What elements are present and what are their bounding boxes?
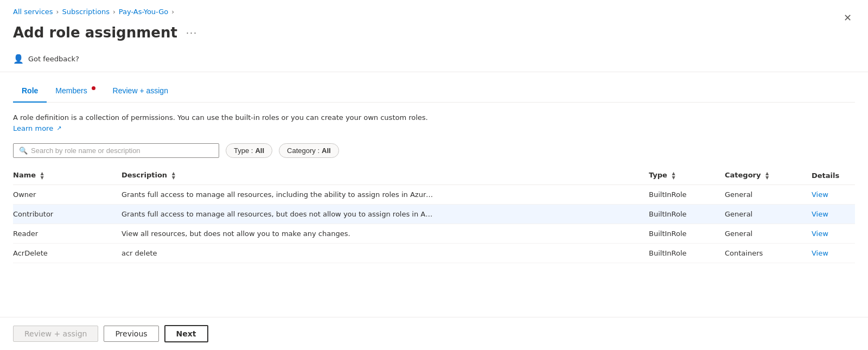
search-box: 🔍 <box>13 143 219 158</box>
action-bar: Review + assign Previous Next <box>0 317 868 350</box>
description-text: A role definition is a collection of per… <box>13 112 436 133</box>
table-row[interactable]: Reader View all resources, but does not … <box>13 224 855 243</box>
col-header-category[interactable]: Category ▲ ▼ <box>725 167 812 184</box>
type-filter-label: Type : <box>234 147 253 155</box>
cell-type-1: BuiltInRole <box>649 204 725 224</box>
view-link-2[interactable]: View <box>812 230 828 238</box>
page-title: Add role assignment <box>13 24 177 41</box>
cell-category-2: General <box>725 224 812 243</box>
breadcrumb-sep-3: › <box>171 8 174 16</box>
description-sort-icon: ▲ ▼ <box>172 171 175 180</box>
next-button[interactable]: Next <box>164 325 208 342</box>
cell-description-1: Grants full access to manage all resourc… <box>122 204 649 224</box>
review-assign-button[interactable]: Review + assign <box>13 326 98 342</box>
breadcrumb-sep-1: › <box>56 8 59 16</box>
cell-details-2: View <box>812 224 855 243</box>
type-filter-pill[interactable]: Type : All <box>226 143 272 158</box>
breadcrumb: All services › Subscriptions › Pay-As-Yo… <box>13 0 855 21</box>
roles-table: Name ▲ ▼ Description ▲ ▼ Type <box>13 167 855 263</box>
feedback-label[interactable]: Got feedback? <box>28 55 79 63</box>
members-badge <box>92 86 95 90</box>
cell-description-3: acr delete <box>122 243 649 263</box>
page-container: All services › Subscriptions › Pay-As-Yo… <box>0 0 868 350</box>
col-header-details: Details <box>812 167 855 184</box>
cell-name-1: Contributor <box>13 204 122 224</box>
category-filter-pill[interactable]: Category : All <box>279 143 339 158</box>
cell-category-3: Containers <box>725 243 812 263</box>
tab-role[interactable]: Role <box>13 81 47 103</box>
col-header-type[interactable]: Type ▲ ▼ <box>649 167 725 184</box>
cell-name-2: Reader <box>13 224 122 243</box>
tabs-container: Role Members Review + assign <box>13 72 855 103</box>
cell-type-2: BuiltInRole <box>649 224 725 243</box>
category-sort-icon: ▲ ▼ <box>765 171 769 180</box>
table-body: Owner Grants full access to manage all r… <box>13 184 855 263</box>
cell-details-1: View <box>812 204 855 224</box>
tab-review-assign[interactable]: Review + assign <box>104 81 177 103</box>
filter-row: 🔍 Type : All Category : All <box>13 143 855 158</box>
learn-more-link[interactable]: Learn more ↗ <box>13 124 62 132</box>
search-input[interactable] <box>31 147 213 155</box>
cell-name-3: AcrDelete <box>13 243 122 263</box>
cell-category-0: General <box>725 184 812 204</box>
close-button[interactable]: ✕ <box>840 10 855 26</box>
learn-more-icon: ↗ <box>56 125 61 132</box>
view-link-3[interactable]: View <box>812 249 828 257</box>
more-options-button[interactable]: ··· <box>183 25 201 41</box>
col-header-description[interactable]: Description ▲ ▼ <box>122 167 649 184</box>
category-filter-value: All <box>322 147 331 155</box>
cell-details-0: View <box>812 184 855 204</box>
feedback-icon: 👤 <box>13 54 24 64</box>
cell-description-2: View all resources, but does not allow y… <box>122 224 649 243</box>
table-row[interactable]: Contributor Grants full access to manage… <box>13 204 855 224</box>
category-filter-label: Category : <box>287 147 320 155</box>
cell-type-3: BuiltInRole <box>649 243 725 263</box>
page-header: Add role assignment ··· <box>13 21 855 49</box>
table-row[interactable]: Owner Grants full access to manage all r… <box>13 184 855 204</box>
table-row[interactable]: AcrDelete acr delete BuiltInRole Contain… <box>13 243 855 263</box>
cell-name-0: Owner <box>13 184 122 204</box>
name-sort-icon: ▲ ▼ <box>41 171 44 180</box>
col-header-name[interactable]: Name ▲ ▼ <box>13 167 122 184</box>
previous-button[interactable]: Previous <box>104 326 158 342</box>
view-link-0[interactable]: View <box>812 190 828 199</box>
table-header-row: Name ▲ ▼ Description ▲ ▼ Type <box>13 167 855 184</box>
view-link-1[interactable]: View <box>812 210 828 218</box>
search-icon: 🔍 <box>19 147 28 155</box>
type-filter-value: All <box>255 147 264 155</box>
breadcrumb-subscriptions[interactable]: Subscriptions <box>62 8 110 16</box>
cell-details-3: View <box>812 243 855 263</box>
cell-type-0: BuiltInRole <box>649 184 725 204</box>
breadcrumb-sep-2: › <box>113 8 116 16</box>
feedback-row: 👤 Got feedback? <box>13 49 855 72</box>
tab-members[interactable]: Members <box>47 81 104 103</box>
type-sort-icon: ▲ ▼ <box>672 171 675 180</box>
cell-category-1: General <box>725 204 812 224</box>
breadcrumb-payasyougo[interactable]: Pay-As-You-Go <box>119 8 169 16</box>
cell-description-0: Grants full access to manage all resourc… <box>122 184 649 204</box>
breadcrumb-all-services[interactable]: All services <box>13 8 53 16</box>
